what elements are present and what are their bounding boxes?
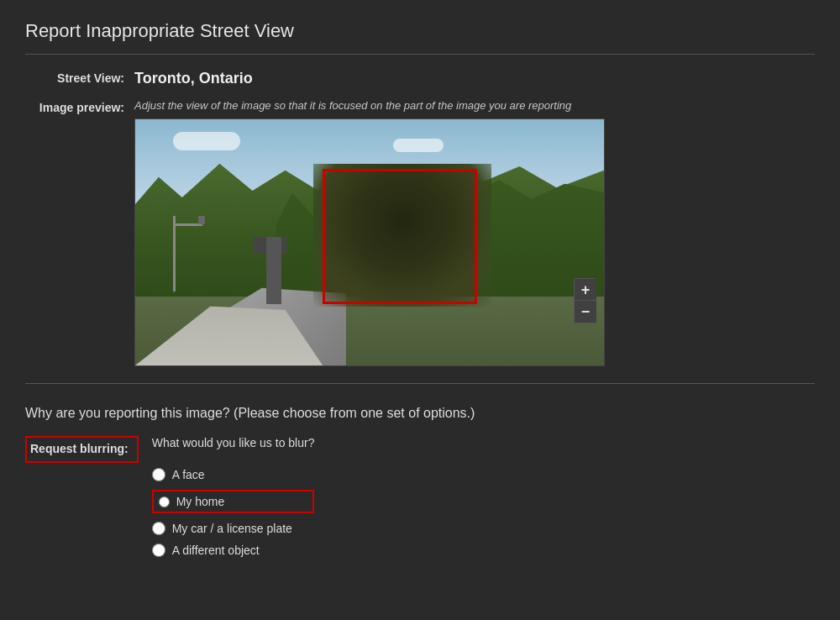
image-preview-label: Image preview:: [25, 99, 134, 114]
request-blurring-label: Request blurring:: [25, 436, 139, 463]
label-face[interactable]: A face: [172, 468, 205, 481]
report-section: Why are you reporting this image? (Pleas…: [25, 399, 815, 557]
radio-other[interactable]: [152, 544, 165, 557]
street-view-row: Street View: Toronto, Ontario: [25, 70, 815, 87]
label-car[interactable]: My car / a license plate: [172, 522, 292, 535]
zoom-out-button[interactable]: −: [575, 301, 596, 323]
street-view-image[interactable]: + − Image capture: Jul 2019 © 2023 Googl…: [134, 118, 605, 366]
image-preview-section: Adjust the view of the image so that it …: [134, 99, 605, 366]
street-view-label: Street View:: [25, 70, 134, 85]
bus-stop-pole: [266, 237, 281, 304]
blur-question-text: What would you like us to blur?: [152, 436, 315, 449]
zoom-in-button[interactable]: +: [575, 279, 596, 301]
label-other[interactable]: A different object: [172, 544, 260, 557]
option-car[interactable]: My car / a license plate: [152, 522, 315, 535]
zoom-controls: + −: [574, 278, 596, 323]
radio-car[interactable]: [152, 522, 165, 535]
form-section: Street View: Toronto, Ontario Image prev…: [25, 70, 815, 366]
report-question-text: Why are you reporting this image? (Pleas…: [25, 406, 815, 421]
street-light-head: [198, 216, 205, 224]
street-view-value: Toronto, Ontario: [134, 70, 253, 87]
image-instruction-text: Adjust the view of the image so that it …: [134, 99, 605, 112]
section-divider: [25, 383, 815, 384]
radio-face[interactable]: [152, 468, 165, 481]
option-face[interactable]: A face: [152, 468, 315, 481]
image-preview-row: Image preview: Adjust the view of the im…: [25, 99, 815, 366]
page-container: Report Inappropriate Street View Street …: [0, 0, 840, 620]
report-options-row: Request blurring: What would you like us…: [25, 436, 815, 557]
street-light-pole: [173, 216, 176, 292]
cloud-2: [393, 139, 444, 152]
image-caption-bar: Image capture: Jul 2019 © 2023 Google Te…: [135, 365, 604, 366]
blur-options-container: What would you like us to blur? A face M…: [139, 436, 315, 557]
selection-box-overlay: [323, 169, 477, 304]
option-other[interactable]: A different object: [152, 544, 315, 557]
scene-background: + −: [135, 119, 604, 365]
radio-my-home[interactable]: [159, 497, 170, 507]
cloud-1: [173, 132, 240, 150]
label-my-home[interactable]: My home: [176, 495, 225, 508]
option-my-home-wrapper[interactable]: My home: [152, 490, 315, 513]
page-title: Report Inappropriate Street View: [25, 20, 815, 55]
